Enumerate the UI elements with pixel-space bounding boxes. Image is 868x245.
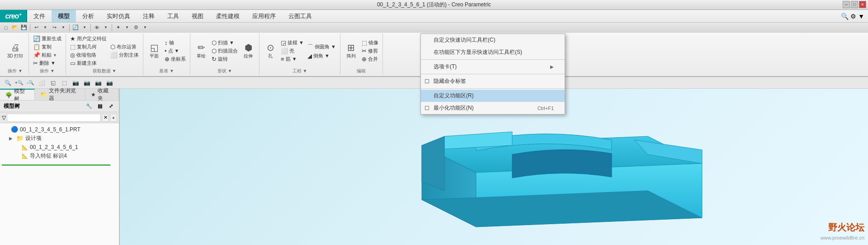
btn-extrude[interactable]: ⬢ 拉伸 [240, 39, 256, 63]
qa-regenerate[interactable]: 🔄 [71, 24, 80, 32]
vt-zoom-in2[interactable]: +🔍 [14, 78, 24, 87]
scan-label: 扫描 ▼ [218, 39, 234, 46]
tab-model-tree[interactable]: 🌳 模型树 [0, 89, 35, 100]
ctx-customize-ribbon[interactable]: 自定义功能区(R) [421, 90, 565, 102]
search-clear-btn[interactable]: ✕ [102, 114, 109, 122]
vt-window[interactable]: ◱ [48, 78, 58, 87]
qa-redo[interactable]: ↪ [50, 24, 58, 32]
ctx-hide-labels[interactable]: ☐ 隐藏命令标签 [421, 75, 565, 87]
vt-zoom-in[interactable]: 🔍 [3, 78, 13, 87]
menu-annotation[interactable]: 注释 [137, 10, 161, 22]
title-bar: 00_1_2_3_4_5_6_1 (活动的) - Creo Parametric… [0, 0, 868, 10]
btn-array[interactable]: ⊞ 阵列 [343, 39, 359, 63]
ctx-customize-quick[interactable]: 自定义快速访问工具栏(C) [421, 34, 565, 46]
menu-analysis[interactable]: 分析 [76, 10, 100, 22]
qa-open[interactable]: 📂 [11, 24, 19, 32]
btn-scan[interactable]: ⬡扫描 ▼ [210, 39, 239, 47]
copygeom-icon: ⬚ [70, 43, 75, 50]
menu-apps[interactable]: 应用程序 [246, 10, 282, 22]
settings-icon-top[interactable]: ⚙ [850, 13, 856, 20]
qa-save[interactable]: 💾 [20, 24, 28, 32]
menu-flex[interactable]: 柔性建模 [210, 10, 246, 22]
ctx-show-below[interactable]: 在功能区下方显示快速访问工具栏(S) [421, 46, 565, 58]
btn-copygeom[interactable]: ⬚复制几何 [69, 43, 108, 51]
btn-regen[interactable]: 🔄重新生成 [32, 35, 63, 43]
tree-view-btn[interactable]: ▤ [95, 102, 104, 110]
vt-cam3[interactable]: 📷 [93, 78, 103, 87]
qa-view[interactable]: 👁 [93, 24, 101, 32]
btn-point[interactable]: •点 ▼ [163, 47, 187, 55]
vt-zoom-out[interactable]: -🔍 [25, 78, 35, 87]
btn-draft[interactable]: ◲拔模 ▼ [279, 39, 305, 47]
minimize-button[interactable]: ─ [843, 1, 850, 8]
search-add-btn[interactable]: + [110, 114, 117, 122]
btn-newbody[interactable]: ▭新建主体 [69, 59, 108, 67]
btn-shell[interactable]: ⬜壳 [279, 47, 305, 55]
ctx-customize-quick-label: 自定义快速访问工具栏(C) [434, 36, 495, 44]
search-icon-top[interactable]: 🔍 [841, 13, 849, 20]
btn-scanmix[interactable]: ⬡扫描混合 [210, 47, 239, 55]
maximize-button[interactable]: □ [851, 1, 858, 8]
qa-undo[interactable]: ↩ [32, 24, 40, 32]
btn-merge[interactable]: ⊕合并 [360, 55, 380, 63]
qa-view-dd[interactable]: ▼ [102, 24, 110, 32]
ctx-tab[interactable]: 选项卡(T) ▶ [421, 61, 565, 73]
qa-customize[interactable]: ⚙ [132, 24, 140, 32]
regen-icon: 🔄 [33, 35, 40, 42]
btn-copy[interactable]: 📋复制 [32, 43, 63, 51]
ctx-hide-labels-check: ☐ [425, 78, 429, 85]
qa-more[interactable]: ✦ [114, 24, 122, 32]
tree-settings-btn[interactable]: 🔧 [85, 102, 94, 110]
btn-paste[interactable]: 📌粘贴 ▼ [32, 51, 63, 59]
btn-delete[interactable]: ✂删除 ▼ [32, 59, 63, 67]
qa-more-dd[interactable]: ▼ [123, 24, 131, 32]
group-datum-content: ◱ 平面 ↕轴 •点 ▼ ⊕坐标系 [146, 34, 187, 67]
btn-shrink[interactable]: ◎收缩包络 [69, 51, 108, 59]
menu-file[interactable]: 文件 [27, 10, 52, 22]
vt-fit[interactable]: ⬜ [37, 78, 47, 87]
vt-rect[interactable]: ⬚ [59, 78, 69, 87]
qa-regen-dd[interactable]: ▼ [80, 24, 89, 32]
qa-undo-dd[interactable]: ▼ [41, 24, 49, 32]
btn-splitbody[interactable]: ⬜分割主体 [109, 51, 140, 59]
menu-tools[interactable]: 工具 [161, 10, 185, 22]
menu-cloud[interactable]: 云图工具 [282, 10, 318, 22]
menu-model[interactable]: 模型 [52, 10, 76, 22]
qa-last-dd[interactable]: ▼ [141, 24, 149, 32]
tree-item-root[interactable]: 🔵 00_1_2_3_4_5_6_1.PRT [0, 125, 119, 134]
qa-redo-dd[interactable]: ▼ [59, 24, 67, 32]
tab-favorites[interactable]: ★ 收藏夹 [85, 89, 119, 100]
btn-plane[interactable]: ◱ 平面 [146, 39, 162, 63]
vt-cam4[interactable]: 📷 [104, 78, 114, 87]
menu-view[interactable]: 视图 [185, 10, 210, 22]
tree-expand-btn[interactable]: ⤢ [106, 102, 115, 110]
menu-realtime[interactable]: 实时仿真 [100, 10, 137, 22]
tab-folder-browser[interactable]: 📁 文件夹浏览器 [35, 89, 85, 100]
btn-axis[interactable]: ↕轴 [163, 39, 187, 47]
btn-round[interactable]: ⌒倒圆角 ▼ [306, 43, 337, 52]
tree-item-design[interactable]: ▶ 📁 设计项 [0, 134, 119, 143]
btn-trim[interactable]: ✂修剪 [360, 47, 380, 55]
close-button[interactable]: ✕ [859, 1, 866, 8]
mirror-label: 镜像 [368, 39, 378, 46]
vt-cam1[interactable]: 📷 [71, 78, 80, 87]
btn-sketch[interactable]: ✏ 草绘 [193, 39, 209, 63]
btn-userdef[interactable]: ★用户定义特征 [69, 35, 108, 43]
point-label: 点 ▼ [168, 48, 179, 54]
search-input[interactable] [7, 114, 101, 122]
tree-item-model[interactable]: 📐 00_1_2_3_4_5_6_1 [0, 143, 119, 151]
btn-boolean[interactable]: ⬡布尔运算 [109, 43, 140, 51]
qa-new[interactable]: □ [2, 24, 10, 32]
btn-rotate[interactable]: ↻旋转 [210, 55, 239, 63]
tree-item-import[interactable]: 📐 导入特征 标识4 [0, 151, 119, 161]
paste-icon: 📌 [33, 52, 40, 58]
ctx-minimize-ribbon[interactable]: ☐ 最小化功能区(N) Ctrl+F1 [421, 102, 565, 114]
btn-coord[interactable]: ⊕坐标系 [163, 55, 187, 63]
btn-3dprint[interactable]: 🖨 3D 打印 [5, 39, 25, 63]
vt-cam2[interactable]: 📷 [82, 78, 92, 87]
btn-rib[interactable]: ≡筋 ▼ [279, 55, 305, 63]
more-icon-top[interactable]: ▼ [858, 13, 864, 20]
btn-mirror[interactable]: ⬚镜像 [360, 39, 380, 47]
btn-hole[interactable]: ⊙ 孔 [262, 39, 278, 63]
btn-chamfer[interactable]: ◢倒角 ▼ [306, 52, 337, 60]
